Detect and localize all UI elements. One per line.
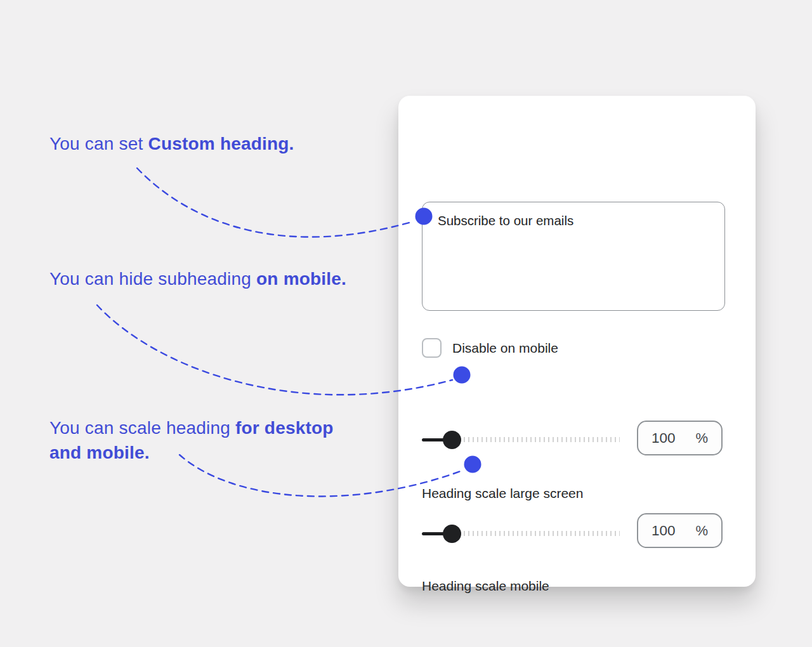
disable-on-mobile-row[interactable]: Disable on mobile [422, 338, 558, 358]
slider-track [464, 531, 620, 536]
heading-settings-panel: Heading Heading Subscribe to our emails … [398, 96, 756, 587]
heading-scale-mobile-label: Heading scale mobile [422, 578, 549, 594]
heading-scale-large-value-box[interactable]: % [637, 421, 723, 455]
heading-scale-large-input[interactable] [652, 430, 692, 447]
annotation-custom-heading: You can set Custom heading. [49, 131, 379, 156]
annotation-text: You can set [49, 134, 148, 154]
callout-line-custom-heading [137, 168, 414, 237]
disable-on-mobile-checkbox[interactable] [422, 338, 442, 358]
heading-scale-mobile-slider[interactable] [422, 524, 620, 543]
slider-track [464, 437, 620, 442]
heading-scale-large-label: Heading scale large screen [422, 486, 583, 501]
slider-thumb[interactable] [443, 431, 461, 449]
heading-scale-large-slider[interactable] [422, 430, 620, 449]
annotation-text: You can scale heading [49, 418, 235, 438]
disable-on-mobile-label: Disable on mobile [452, 341, 558, 356]
heading-textarea[interactable]: Subscribe to our emails [422, 202, 725, 311]
slider-thumb[interactable] [443, 525, 461, 543]
heading-scale-mobile-value-box[interactable]: % [637, 513, 723, 548]
heading-scale-mobile-input[interactable] [652, 523, 692, 539]
percent-unit-label: % [695, 430, 708, 447]
percent-unit-label: % [695, 523, 708, 539]
annotation-scale-heading: You can scale heading for desktop and mo… [49, 415, 355, 465]
annotation-text-bold: Custom heading. [148, 134, 294, 154]
annotation-text-bold: on mobile. [256, 269, 346, 289]
annotation-hide-subheading: You can hide subheading on mobile. [49, 266, 392, 291]
annotation-text: You can hide subheading [49, 269, 256, 289]
